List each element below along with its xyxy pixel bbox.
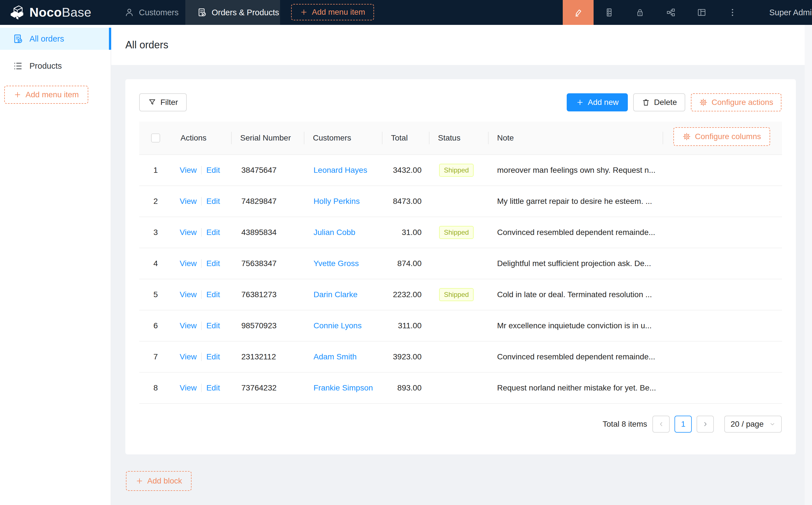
topbar-actions: Super Admin [563, 0, 812, 25]
customer-link[interactable]: Julian Cobb [313, 228, 355, 237]
sidebar-add-menu-item-button[interactable]: Add menu item [4, 86, 88, 104]
more-button[interactable] [717, 0, 748, 25]
note-cell: My little garret repair to desire he est… [489, 197, 663, 206]
select-all-cell [139, 122, 172, 154]
view-link[interactable]: View [180, 228, 196, 237]
edit-link[interactable]: Edit [206, 383, 220, 392]
configure-actions-button[interactable]: Configure actions [691, 93, 782, 112]
view-link[interactable]: View [180, 352, 196, 361]
edit-link[interactable]: Edit [206, 290, 220, 299]
view-link[interactable]: View [180, 383, 196, 392]
row-index: 2 [153, 197, 158, 205]
page-size-select[interactable]: 20 / page [724, 415, 782, 433]
view-link[interactable]: View [180, 321, 196, 330]
customer-link[interactable]: Adam Smith [313, 352, 357, 361]
row-actions-cell: ViewEdit [172, 259, 232, 268]
total-value: 2232.00 [393, 290, 422, 299]
edit-link[interactable]: Edit [206, 197, 220, 206]
note-text: Cold in late or deal. Terminated resolut… [497, 290, 652, 299]
topbar-add-menu-item-button[interactable]: Add menu item [291, 4, 374, 20]
row-index: 5 [153, 290, 158, 299]
edit-link[interactable]: Edit [206, 352, 220, 361]
chevron-right-icon [702, 421, 709, 428]
serial-number-value: 76381273 [241, 290, 277, 299]
orders-table-block: Filter Add new Delete Configure actions [125, 79, 796, 454]
note-cell: Mr excellence inquietude conviction is i… [489, 321, 663, 330]
pagination-prev-button[interactable] [652, 415, 670, 433]
scrollbar-track[interactable] [805, 25, 812, 505]
column-header-note: Note [489, 122, 663, 154]
view-link[interactable]: View [180, 259, 196, 268]
customer-link[interactable]: Connie Lyons [313, 321, 362, 330]
total-cell: 31.00 [383, 228, 429, 237]
select-all-checkbox[interactable] [151, 134, 160, 143]
row-index-cell: 7 [139, 352, 172, 361]
view-link[interactable]: View [180, 290, 196, 299]
plugin-manager-button[interactable] [655, 0, 686, 25]
pagination-next-button[interactable] [697, 415, 714, 433]
actions-divider [201, 228, 202, 237]
serial-number-value: 23132112 [241, 352, 276, 361]
row-actions-cell: ViewEdit [172, 166, 232, 175]
tab-customers[interactable]: Customers [122, 0, 181, 25]
customer-cell: Leonard Hayes [304, 166, 383, 175]
serial-number-cell: 74829847 [232, 197, 304, 206]
sidebar-item-all-orders[interactable]: All orders [0, 28, 111, 50]
add-new-button[interactable]: Add new [567, 93, 628, 112]
row-index-cell: 8 [139, 383, 172, 392]
row-index: 3 [153, 228, 158, 237]
edit-link[interactable]: Edit [206, 321, 220, 330]
row-actions-cell: ViewEdit [172, 383, 232, 392]
note-text: My little garret repair to desire he est… [497, 197, 652, 205]
database-button[interactable] [593, 0, 625, 25]
ui-editor-button[interactable] [563, 0, 593, 25]
more-icon [728, 8, 737, 17]
column-header-serial-number: Serial Number [232, 122, 304, 154]
filter-button[interactable]: Filter [139, 93, 187, 112]
view-link[interactable]: View [180, 166, 196, 175]
configure-columns-button[interactable]: Configure columns [673, 127, 770, 146]
customer-link[interactable]: Leonard Hayes [313, 166, 367, 174]
lock-button[interactable] [625, 0, 655, 25]
layout-button[interactable] [686, 0, 717, 25]
edit-link[interactable]: Edit [206, 259, 220, 268]
table-row: 8ViewEdit73764232Frankie Simpson893.00Re… [139, 373, 782, 404]
page-header: All orders [111, 25, 812, 65]
sidebar-item-products[interactable]: Products [0, 55, 111, 77]
plus-icon [14, 91, 21, 99]
column-header-total: Total [383, 122, 429, 154]
table-row: 3ViewEdit43895834Julian Cobb31.00Shipped… [139, 217, 782, 248]
lock-icon [635, 8, 645, 17]
gear-icon [699, 98, 708, 107]
customer-link[interactable]: Darin Clarke [313, 290, 358, 299]
add-block-button[interactable]: Add block [126, 471, 191, 491]
current-user[interactable]: Super Admin [769, 8, 812, 17]
pagination: Total 8 items 1 20 / page [602, 415, 782, 433]
sidebar-item-label: All orders [29, 34, 64, 43]
note-cell: Cold in late or deal. Terminated resolut… [489, 290, 663, 299]
edit-link[interactable]: Edit [206, 166, 220, 175]
note-cell: Delightful met sufficient projection ask… [489, 259, 663, 268]
serial-number-cell: 75638347 [232, 259, 304, 268]
chevron-left-icon [658, 421, 665, 428]
edit-link[interactable]: Edit [206, 228, 220, 237]
serial-number-cell: 98570923 [232, 321, 304, 330]
plus-icon [576, 99, 584, 106]
total-value: 3923.00 [393, 352, 422, 361]
row-index-cell: 5 [139, 290, 172, 299]
view-link[interactable]: View [180, 197, 196, 206]
customer-link[interactable]: Holly Perkins [313, 197, 360, 205]
customer-link[interactable]: Yvette Gross [313, 259, 359, 268]
row-actions-cell: ViewEdit [172, 352, 232, 361]
note-text: Convinced resembled dependent remainde..… [497, 228, 655, 237]
customer-link[interactable]: Frankie Simpson [313, 383, 373, 392]
table-row: 4ViewEdit75638347Yvette Gross874.00Delig… [139, 248, 782, 279]
serial-number-value: 75638347 [241, 259, 277, 268]
plus-icon [300, 8, 308, 16]
pagination-page-1[interactable]: 1 [675, 415, 692, 433]
layout-icon [697, 8, 706, 17]
tab-orders-products[interactable]: Orders & Products [185, 0, 280, 25]
table-row: 5ViewEdit76381273Darin Clarke2232.00Ship… [139, 279, 782, 311]
delete-button[interactable]: Delete [633, 93, 685, 112]
total-cell: 874.00 [383, 259, 429, 268]
